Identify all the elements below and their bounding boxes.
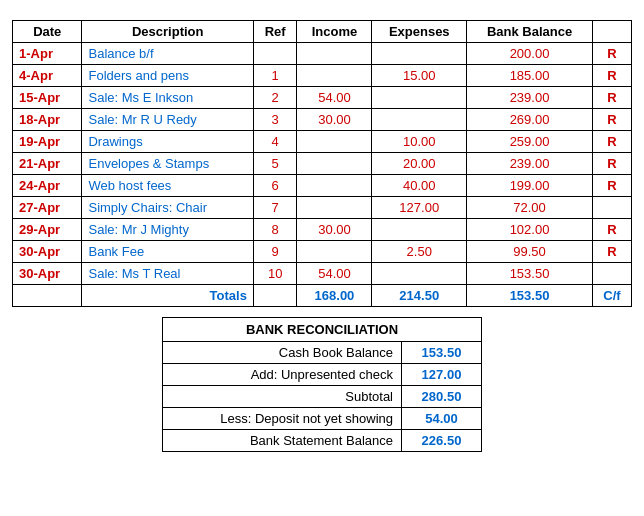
cell-ref: 9 (253, 241, 297, 263)
cell-ref (253, 43, 297, 65)
cell-date: 19-Apr (13, 131, 82, 153)
cell-expenses: 10.00 (372, 131, 467, 153)
recon-value: 127.00 (402, 364, 482, 386)
reconciliation-table: BANK RECONCILIATION Cash Book Balance 15… (162, 317, 482, 452)
cell-balance: 269.00 (467, 109, 593, 131)
totals-ref (253, 285, 297, 307)
recon-row: Subtotal 280.50 (163, 386, 482, 408)
cell-rf: R (593, 241, 632, 263)
cell-balance: 102.00 (467, 219, 593, 241)
cell-ref: 8 (253, 219, 297, 241)
table-row: 15-Apr Sale: Ms E Inkson 2 54.00 239.00 … (13, 87, 632, 109)
totals-expenses: 214.50 (372, 285, 467, 307)
totals-row: Totals 168.00 214.50 153.50 C/f (13, 285, 632, 307)
cell-ref: 5 (253, 153, 297, 175)
table-row: 21-Apr Envelopes & Stamps 5 20.00 239.00… (13, 153, 632, 175)
recon-value: 226.50 (402, 430, 482, 452)
recon-label: Bank Statement Balance (163, 430, 402, 452)
cell-income: 30.00 (297, 109, 372, 131)
table-row: 1-Apr Balance b/f 200.00 R (13, 43, 632, 65)
cell-income: 30.00 (297, 219, 372, 241)
cell-balance: 153.50 (467, 263, 593, 285)
cell-date: 21-Apr (13, 153, 82, 175)
col-header-balance: Bank Balance (467, 21, 593, 43)
recon-value: 153.50 (402, 342, 482, 364)
cell-income (297, 131, 372, 153)
cell-description: Sale: Ms T Real (82, 263, 253, 285)
cell-ref: 2 (253, 87, 297, 109)
cell-balance: 199.00 (467, 175, 593, 197)
cell-description: Web host fees (82, 175, 253, 197)
table-row: 24-Apr Web host fees 6 40.00 199.00 R (13, 175, 632, 197)
cell-balance: 72.00 (467, 197, 593, 219)
cell-expenses (372, 43, 467, 65)
col-header-rf (593, 21, 632, 43)
cell-balance: 200.00 (467, 43, 593, 65)
cell-income (297, 175, 372, 197)
cell-date: 18-Apr (13, 109, 82, 131)
cell-ref: 4 (253, 131, 297, 153)
cell-rf (593, 263, 632, 285)
totals-label: Totals (82, 285, 253, 307)
cell-expenses: 127.00 (372, 197, 467, 219)
cell-expenses: 20.00 (372, 153, 467, 175)
cell-income: 54.00 (297, 263, 372, 285)
cell-date: 15-Apr (13, 87, 82, 109)
cell-expenses (372, 219, 467, 241)
recon-value: 54.00 (402, 408, 482, 430)
recon-row: Add: Unpresented check 127.00 (163, 364, 482, 386)
table-row: 19-Apr Drawings 4 10.00 259.00 R (13, 131, 632, 153)
cell-rf: R (593, 131, 632, 153)
cell-date: 24-Apr (13, 175, 82, 197)
cell-balance: 259.00 (467, 131, 593, 153)
cell-rf: R (593, 43, 632, 65)
cell-description: Balance b/f (82, 43, 253, 65)
recon-row: Cash Book Balance 153.50 (163, 342, 482, 364)
cell-balance: 99.50 (467, 241, 593, 263)
cell-balance: 239.00 (467, 153, 593, 175)
cell-expenses (372, 263, 467, 285)
cell-rf: R (593, 65, 632, 87)
cell-rf: R (593, 109, 632, 131)
recon-title: BANK RECONCILIATION (163, 318, 482, 342)
cell-rf: R (593, 153, 632, 175)
col-header-income: Income (297, 21, 372, 43)
cell-rf: R (593, 175, 632, 197)
cell-date: 29-Apr (13, 219, 82, 241)
cell-rf: R (593, 87, 632, 109)
cell-balance: 239.00 (467, 87, 593, 109)
totals-date (13, 285, 82, 307)
cell-description: Folders and pens (82, 65, 253, 87)
cell-description: Sale: Mr R U Redy (82, 109, 253, 131)
col-header-ref: Ref (253, 21, 297, 43)
table-row: 27-Apr Simply Chairs: Chair 7 127.00 72.… (13, 197, 632, 219)
recon-label: Add: Unpresented check (163, 364, 402, 386)
recon-label: Subtotal (163, 386, 402, 408)
cell-ref: 1 (253, 65, 297, 87)
cell-expenses: 40.00 (372, 175, 467, 197)
cell-income (297, 65, 372, 87)
table-row: 29-Apr Sale: Mr J Mighty 8 30.00 102.00 … (13, 219, 632, 241)
cell-description: Bank Fee (82, 241, 253, 263)
cell-date: 4-Apr (13, 65, 82, 87)
recon-row: Less: Deposit not yet showing 54.00 (163, 408, 482, 430)
table-row: 18-Apr Sale: Mr R U Redy 3 30.00 269.00 … (13, 109, 632, 131)
recon-value: 280.50 (402, 386, 482, 408)
cell-ref: 6 (253, 175, 297, 197)
cell-ref: 10 (253, 263, 297, 285)
cell-date: 30-Apr (13, 263, 82, 285)
recon-row: Bank Statement Balance 226.50 (163, 430, 482, 452)
cell-description: Sale: Ms E Inkson (82, 87, 253, 109)
table-row: 30-Apr Sale: Ms T Real 10 54.00 153.50 (13, 263, 632, 285)
totals-balance: 153.50 (467, 285, 593, 307)
cell-description: Drawings (82, 131, 253, 153)
cell-expenses: 2.50 (372, 241, 467, 263)
table-row: 4-Apr Folders and pens 1 15.00 185.00 R (13, 65, 632, 87)
col-header-expenses: Expenses (372, 21, 467, 43)
cell-expenses (372, 87, 467, 109)
cell-rf (593, 197, 632, 219)
cell-description: Envelopes & Stamps (82, 153, 253, 175)
cell-ref: 3 (253, 109, 297, 131)
cell-income (297, 241, 372, 263)
cell-income (297, 43, 372, 65)
